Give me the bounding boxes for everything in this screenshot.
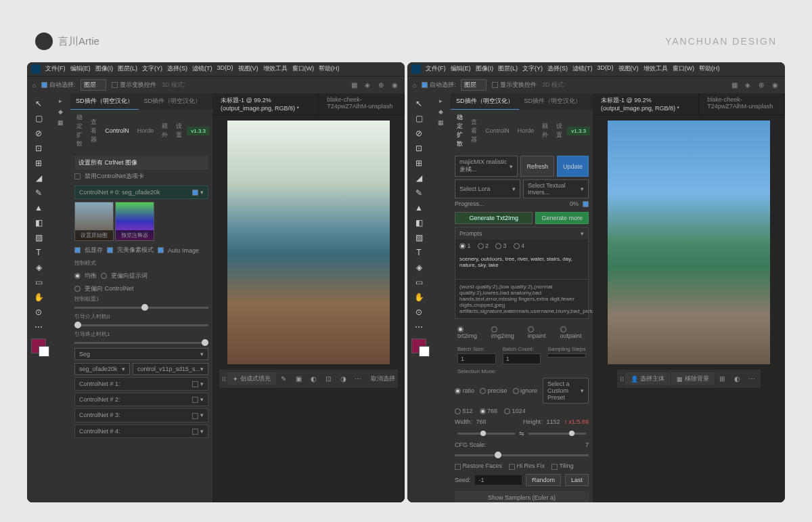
txt2img-radio[interactable] <box>457 326 464 332</box>
remove-bg-button[interactable]: ▦ 移除背景 <box>671 372 715 385</box>
move-tool[interactable]: ↖ <box>30 96 47 111</box>
align-icon[interactable]: ◉ <box>390 81 399 89</box>
controlnet-0-header[interactable]: ControlNet # 0: seg_ofade20k ▾ <box>74 186 208 199</box>
menu-help[interactable]: 帮助(H) <box>319 64 340 74</box>
controlnet-1[interactable]: ControlNet # 1: ▾ <box>74 377 208 391</box>
eyedropper-tool[interactable]: ◢ <box>30 171 47 186</box>
panel-tab-sd[interactable]: SD插件（明空汉化） <box>70 93 139 110</box>
batch-size-input[interactable]: 1 <box>457 353 496 364</box>
canvas-image[interactable] <box>227 121 390 364</box>
seed-input[interactable]: -1 <box>475 475 522 485</box>
seg-dropdown[interactable]: Seg▾ <box>74 348 208 360</box>
menu-file[interactable]: 文件(F) <box>45 64 66 74</box>
random-button[interactable]: Random <box>526 474 561 486</box>
home-icon[interactable]: ⌂ <box>32 82 36 89</box>
height-slider[interactable] <box>528 433 586 435</box>
panel-tab-sd2[interactable]: SD插件（明空汉化） <box>139 93 207 110</box>
refresh-button[interactable]: Refresh <box>520 156 554 177</box>
home-icon[interactable]: ⌂ <box>413 82 416 89</box>
controlnet-2[interactable]: ControlNet # 2: ▾ <box>74 393 208 406</box>
menu-window[interactable]: 窗口(W) <box>292 64 315 74</box>
update-button[interactable]: Update <box>557 156 589 177</box>
cfg-slider[interactable] <box>455 454 589 456</box>
align-icon[interactable]: ▦ <box>349 81 359 89</box>
menu-view[interactable]: 视图(V) <box>238 64 258 74</box>
end-slider[interactable] <box>74 342 208 344</box>
more-tools[interactable]: ⋯ <box>30 320 47 334</box>
inpaint-radio[interactable] <box>528 326 534 332</box>
prompt-textarea[interactable]: scenery, outdoors, tree, river, water, s… <box>455 252 588 279</box>
menu-select[interactable]: 选择(S) <box>167 64 187 74</box>
prompt-radio[interactable] <box>101 273 107 279</box>
link-icon[interactable]: ⇋ <box>519 430 524 437</box>
tiling-check[interactable] <box>551 464 558 470</box>
steps-input[interactable] <box>547 353 586 357</box>
annotator-thumb[interactable]: 预览注释器 <box>115 202 154 241</box>
subtab-settings[interactable]: 设置 <box>173 120 185 142</box>
set-all-header[interactable]: 设置所有 CtrlNet 图像 <box>74 156 208 170</box>
disable-cn-check[interactable] <box>74 173 81 179</box>
shape-tool[interactable]: ▭ <box>30 275 47 290</box>
path-tool[interactable]: ◈ <box>30 260 47 275</box>
more-icon[interactable]: ⋯ <box>352 374 364 385</box>
action-icon[interactable]: ◑ <box>337 374 349 385</box>
menu-layer[interactable]: 图层(L) <box>118 64 137 74</box>
preset-dropdown[interactable]: Select a Custom Preset▾ <box>543 378 589 404</box>
collapse-icon[interactable]: ▾ <box>581 230 584 237</box>
perfect-check[interactable] <box>107 247 113 253</box>
controlnet-3[interactable]: ControlNet # 3: ▾ <box>74 408 208 422</box>
lowvram-check[interactable] <box>74 247 81 253</box>
menu-image[interactable]: 图像(I) <box>95 64 114 74</box>
hand-tool[interactable]: ✋ <box>30 290 47 305</box>
panel-icon[interactable]: ▦ <box>58 119 64 126</box>
width-slider[interactable] <box>457 433 515 435</box>
drag-handle[interactable]: ⁞⁞ <box>222 376 226 383</box>
menu-edit[interactable]: 编辑(E) <box>70 64 91 74</box>
marquee-tool[interactable]: ▢ <box>30 111 47 126</box>
original-thumb[interactable]: 设置原始图 <box>74 202 114 241</box>
align-icon[interactable]: ⊕ <box>376 81 386 89</box>
select-subject-button[interactable]: 👤 选择主体 <box>625 372 670 385</box>
auto-select-check[interactable] <box>41 82 47 88</box>
start-slider[interactable] <box>74 324 208 326</box>
layer-select[interactable]: 图层 <box>81 79 106 91</box>
gradient-tool[interactable]: ▨ <box>30 230 47 245</box>
generate-button[interactable]: Generate Txt2Img <box>455 212 533 224</box>
frame-tool[interactable]: ⊞ <box>30 156 47 171</box>
generate-more-button[interactable]: Generate more <box>535 212 589 224</box>
action-icon[interactable]: ✎ <box>277 374 290 385</box>
autoimage-check[interactable] <box>158 247 164 253</box>
restore-faces-check[interactable] <box>455 464 461 470</box>
cancel-selection[interactable]: 取消选择 <box>371 374 395 383</box>
menu-text[interactable]: 文字(Y) <box>142 64 162 74</box>
subtab-viewer[interactable]: 查看器 <box>87 116 100 146</box>
checkpoint-dropdown[interactable]: majicMIX realistic 麦橘...▾ <box>455 156 518 177</box>
action-icon[interactable]: ⊡ <box>322 374 334 385</box>
negative-textarea[interactable]: (worst quality:2),(low quality:2),(norma… <box>455 279 588 318</box>
last-button[interactable]: Last <box>565 474 589 486</box>
generative-fill-button[interactable]: ✦ 创成式填充 <box>227 372 276 385</box>
batch-count-input[interactable]: 1 <box>503 353 541 364</box>
type-tool[interactable]: T <box>30 245 47 260</box>
panel-icon[interactable]: ▸ <box>59 97 62 104</box>
panel-icon[interactable]: ◆ <box>58 108 63 115</box>
eraser-tool[interactable]: ◧ <box>30 215 47 230</box>
align-icon[interactable]: ◈ <box>363 81 372 89</box>
color-swatch[interactable] <box>31 339 46 353</box>
subtab-extra[interactable]: 额外 <box>158 120 171 142</box>
samplers-collapse[interactable]: Show Samplers (Euler a) <box>455 491 589 503</box>
color-swatch[interactable] <box>411 339 426 353</box>
subtab-sd[interactable]: 稳定扩散 <box>73 111 86 150</box>
stamp-tool[interactable]: ▲ <box>30 200 47 215</box>
doc-tab-2[interactable]: blake-cheek-T24pwZ7AlhM-unsplash <box>319 93 405 114</box>
preprocessor-dropdown[interactable]: seg_ofade20k▾ <box>74 363 130 375</box>
show-transform-check[interactable] <box>112 82 118 88</box>
action-icon[interactable]: ▣ <box>292 374 304 385</box>
menu-filter[interactable]: 滤镜(T) <box>192 64 212 74</box>
ti-dropdown[interactable]: Select Textual Invers...▾ <box>523 179 589 198</box>
menu-3d[interactable]: 3D(D) <box>217 64 233 74</box>
img2img-radio[interactable] <box>491 326 497 332</box>
model-dropdown[interactable]: control_v11p_sd15_s...▾ <box>133 363 208 375</box>
weight-slider[interactable] <box>74 307 208 309</box>
doc-tab-1[interactable]: 未标题-1 @ 99.2% (output_image.png, RGB/8) … <box>212 93 319 114</box>
